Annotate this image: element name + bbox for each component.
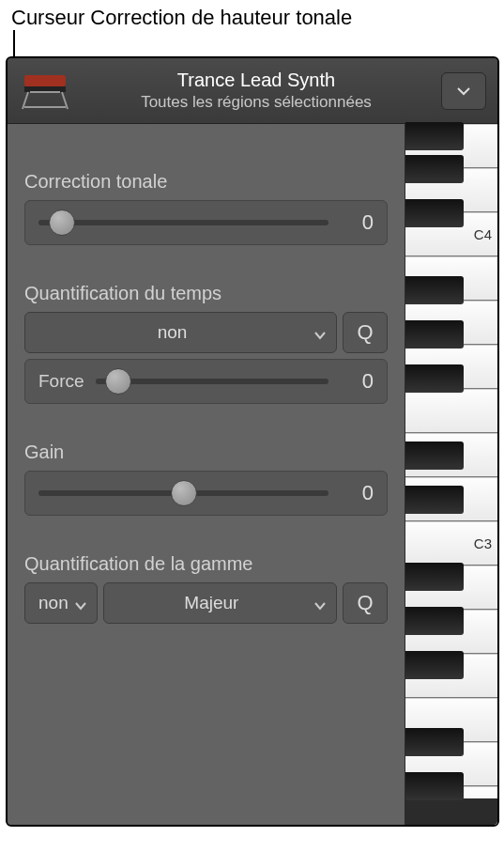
piano-keyboard[interactable]: C4 C3 [405,124,497,825]
black-key[interactable] [405,122,464,150]
header-text: Trance Lead Synth Toutes les régions sél… [83,70,430,112]
white-key[interactable] [405,389,497,433]
inspector-header: Trance Lead Synth Toutes les régions sél… [8,58,497,124]
gain-value: 0 [340,481,374,505]
time-quantize-select[interactable]: non [24,312,337,353]
instrument-icon [19,70,71,113]
track-name: Trance Lead Synth [83,70,430,91]
black-key[interactable] [405,772,464,800]
chevron-down-icon [453,81,474,101]
chevron-down-icon [74,596,87,610]
strength-value: 0 [340,369,374,394]
black-key[interactable] [405,441,464,470]
controls-column: Correction tonale 0 Quantification du te… [8,124,405,825]
chevron-down-icon [313,326,327,339]
time-quantize-select-value: non [158,322,188,343]
black-key[interactable] [405,155,464,183]
slider-thumb[interactable] [105,368,131,395]
slider-thumb[interactable] [171,480,197,506]
black-key[interactable] [405,728,464,756]
pitch-correction-slider[interactable]: 0 [24,200,388,245]
black-key[interactable] [405,199,464,227]
gain-label: Gain [24,441,388,463]
scale-root-value: non [38,593,69,613]
scale-quantize-label: Quantification de la gamme [24,553,388,575]
slider-track [38,220,328,225]
black-key[interactable] [405,651,464,679]
keyboard-footer [405,798,497,825]
region-selection-label: Toutes les régions sélectionnées [83,93,430,112]
scale-quantize-apply-button[interactable]: Q [343,582,388,624]
black-key[interactable] [405,364,464,393]
scale-root-select[interactable]: non [24,582,98,624]
gain-slider[interactable]: 0 [24,471,388,516]
black-key[interactable] [405,563,464,591]
callout-label: Curseur Correction de hauteur tonale [11,6,352,30]
header-dropdown-button[interactable] [441,72,486,110]
pitch-correction-label: Correction tonale [24,171,388,193]
time-quantize-label: Quantification du temps [24,283,388,304]
scale-mode-select[interactable]: Majeur [103,582,337,624]
black-key[interactable] [405,607,464,635]
slider-thumb[interactable] [49,209,75,236]
slider-track [96,379,328,384]
strength-label: Force [38,371,84,392]
white-key-c3[interactable]: C3 [405,521,497,565]
slider-track [38,490,328,496]
inspector-panel: Trance Lead Synth Toutes les régions sél… [6,56,499,827]
black-key[interactable] [405,486,464,514]
black-key[interactable] [405,320,464,349]
black-key[interactable] [405,276,464,304]
svg-rect-0 [24,75,66,86]
pitch-correction-value: 0 [340,210,374,235]
chevron-down-icon [313,596,327,610]
time-quantize-apply-button[interactable]: Q [343,312,388,353]
scale-mode-value: Majeur [184,593,238,613]
time-quantize-strength-slider[interactable]: Force 0 [24,359,388,404]
